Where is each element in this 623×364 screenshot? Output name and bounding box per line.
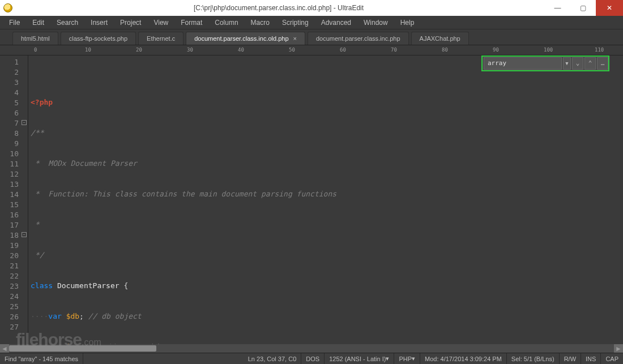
menu-column[interactable]: Column	[209, 18, 244, 28]
ruler-tick: 70	[391, 47, 397, 53]
line-number: 25	[0, 301, 28, 311]
menu-edit[interactable]: Edit	[27, 18, 50, 28]
tab-close-icon[interactable]: ×	[293, 35, 297, 42]
tab-class-ftp[interactable]: class-ftp-sockets.php	[61, 32, 136, 45]
ruler-tick: 110	[595, 47, 604, 53]
status-eol[interactable]: DOS	[301, 353, 325, 364]
menu-insert[interactable]: Insert	[85, 18, 113, 28]
tab-label: html5.html	[21, 35, 50, 42]
line-number: 2	[0, 67, 28, 77]
ruler-tick: 40	[238, 47, 244, 53]
line-number: 16	[0, 209, 28, 220]
tab-label: document.parser.class.inc.old.php	[194, 35, 288, 42]
maximize-button[interactable]: ▢	[570, 0, 596, 16]
ruler-tick: 90	[493, 47, 499, 53]
tab-label: document.parser.class.inc.php	[316, 35, 400, 42]
ruler: 0 10 20 30 40 50 60 70 80 90 100 110	[0, 45, 623, 55]
ruler-tick: 0	[34, 47, 37, 53]
minimize-button[interactable]: —	[545, 0, 570, 16]
line-number: 27	[0, 322, 28, 332]
search-dropdown-icon[interactable]: ▾	[563, 57, 571, 70]
line-number: 5	[0, 97, 28, 108]
ruler-tick: 100	[544, 47, 553, 53]
line-number: 18-	[0, 230, 28, 240]
scroll-left-icon[interactable]: ◄	[0, 344, 9, 353]
status-insert[interactable]: INS	[581, 353, 601, 364]
titlebar: [C:\prj\php\document.parser.class.inc.ol…	[0, 0, 623, 16]
ruler-tick: 30	[187, 47, 193, 53]
menu-view[interactable]: View	[148, 18, 174, 28]
line-number: 24	[0, 291, 28, 301]
status-selection: Sel: 5/1 (B/Lns)	[507, 353, 560, 364]
app-icon	[3, 3, 12, 12]
close-button[interactable]: ✕	[596, 0, 623, 16]
line-number: 26	[0, 311, 28, 322]
line-number: 7-	[0, 118, 28, 128]
tab-label: Ethernet.c	[147, 35, 175, 42]
menu-window[interactable]: Window	[358, 18, 394, 28]
line-number: 19	[0, 240, 28, 250]
line-number: 20	[0, 250, 28, 260]
menu-help[interactable]: Help	[395, 18, 420, 28]
ruler-tick: 50	[289, 47, 295, 53]
ruler-tick: 60	[340, 47, 346, 53]
status-readwrite[interactable]: R/W	[560, 353, 581, 364]
statusbar: Find "array" - 145 matches Ln 23, Col 37…	[0, 353, 623, 364]
status-language[interactable]: PHP ▾	[394, 353, 420, 364]
menubar: File Edit Search Insert Project View For…	[0, 16, 623, 29]
status-find: Find "array" - 145 matches	[0, 353, 83, 364]
tab-ethernet[interactable]: Ethernet.c	[138, 32, 184, 45]
line-number: 21	[0, 260, 28, 271]
line-number: 15	[0, 199, 28, 209]
status-encoding[interactable]: 1252 (ANSI - Latin I) ▾	[325, 353, 394, 364]
status-position: Ln 23, Col 37, C0	[244, 353, 302, 364]
line-number: 4	[0, 87, 28, 97]
tab-ajaxchat[interactable]: AJAXChat.php	[411, 32, 469, 45]
fold-toggle-icon[interactable]: -	[22, 120, 27, 125]
menu-format[interactable]: Format	[175, 18, 208, 28]
window-title: [C:\prj\php\document.parser.class.inc.ol…	[12, 4, 545, 12]
ruler-tick: 10	[85, 47, 91, 53]
tab-label: class-ftp-sockets.php	[69, 35, 127, 42]
menu-scripting[interactable]: Scripting	[276, 18, 314, 28]
scrollbar-track[interactable]	[9, 344, 614, 353]
window-controls: — ▢ ✕	[545, 0, 623, 16]
code-editor[interactable]: array ▾ ⌄ ⌃ … <?php /** * MODx Document …	[28, 55, 623, 344]
scrollbar-thumb[interactable]	[9, 345, 156, 352]
search-next-button[interactable]: ⌄	[572, 57, 583, 70]
search-value: array	[488, 58, 506, 68]
line-number-gutter: 1 2 3 4 5 6 7- 8 9 10 11 12 13 14 15 16 …	[0, 55, 28, 344]
menu-macro[interactable]: Macro	[245, 18, 275, 28]
horizontal-scrollbar[interactable]: ◄ ►	[0, 344, 623, 353]
line-number: 9	[0, 138, 28, 148]
search-prev-button[interactable]: ⌃	[584, 57, 596, 70]
tabbar: html5.html class-ftp-sockets.php Etherne…	[0, 29, 623, 45]
ruler-tick: 80	[442, 47, 448, 53]
line-number: 3	[0, 77, 28, 87]
line-number: 6	[0, 108, 28, 118]
line-number: 23	[0, 281, 28, 291]
search-input[interactable]: array	[484, 57, 562, 70]
fold-toggle-icon[interactable]: -	[22, 232, 27, 237]
line-number: 10	[0, 148, 28, 159]
tab-document-parser-old[interactable]: document.parser.class.inc.old.php×	[186, 32, 305, 45]
tab-label: AJAXChat.php	[420, 35, 460, 42]
line-number: 22	[0, 271, 28, 281]
line-number: 14	[0, 189, 28, 199]
menu-project[interactable]: Project	[114, 18, 147, 28]
line-number: 12	[0, 169, 28, 179]
line-number: 1	[0, 57, 28, 67]
scroll-right-icon[interactable]: ►	[614, 344, 623, 353]
search-options-button[interactable]: …	[597, 57, 608, 70]
menu-file[interactable]: File	[3, 18, 25, 28]
menu-search[interactable]: Search	[51, 18, 84, 28]
ruler-tick: 20	[136, 47, 142, 53]
line-number: 17	[0, 220, 28, 230]
line-number: 8	[0, 128, 28, 138]
tab-document-parser[interactable]: document.parser.class.inc.php	[308, 32, 409, 45]
tab-html5[interactable]: html5.html	[12, 32, 58, 45]
line-number: 11	[0, 159, 28, 169]
search-bar: array ▾ ⌄ ⌃ …	[481, 55, 609, 71]
line-number: 13	[0, 179, 28, 189]
menu-advanced[interactable]: Advanced	[315, 18, 357, 28]
